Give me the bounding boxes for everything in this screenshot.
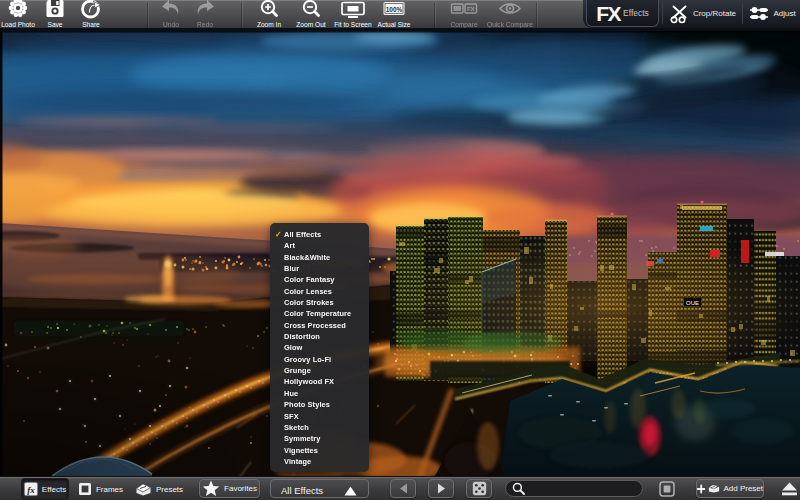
svg-text:OUE: OUE bbox=[686, 300, 699, 306]
svg-text:FX: FX bbox=[467, 6, 475, 12]
svg-text:fx: fx bbox=[27, 485, 35, 495]
svg-text:100%: 100% bbox=[386, 6, 403, 13]
